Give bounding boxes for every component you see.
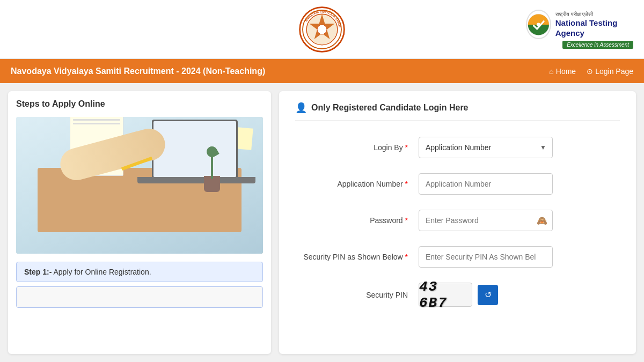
nta-logo-container: राष्ट्रीय परीक्षा एजेंसी National Testin… bbox=[526, 10, 633, 49]
captcha-container: 43 6B7 ↺ bbox=[419, 283, 498, 307]
right-panel: 👤 Only Registered Candidate Login Here L… bbox=[279, 91, 636, 354]
nta-text: राष्ट्रीय परीक्षा एजेंसी National Testin… bbox=[555, 11, 633, 39]
svg-point-4 bbox=[317, 25, 327, 34]
login-page-link[interactable]: ⊙ Login Page bbox=[587, 67, 633, 76]
login-by-select-wrapper: Application NumberRegistration Number ▼ bbox=[419, 137, 553, 158]
password-label: Password * bbox=[295, 216, 419, 225]
login-header: 👤 Only Registered Candidate Login Here bbox=[295, 102, 620, 121]
security-pin-input[interactable] bbox=[419, 246, 553, 268]
main-content: Steps to Apply Online bbox=[0, 83, 644, 362]
steps-title: Steps to Apply Online bbox=[16, 99, 263, 109]
nta-wheel-icon bbox=[526, 10, 551, 39]
user-icon: 👤 bbox=[295, 102, 307, 114]
captcha-refresh-button[interactable]: ↺ bbox=[478, 285, 498, 305]
navbar: Navodaya Vidyalaya Samiti Recruitment - … bbox=[0, 59, 644, 83]
home-icon: ⌂ bbox=[549, 67, 553, 76]
password-group: Password * 🙈 bbox=[295, 210, 620, 231]
captcha-label: Security PIN bbox=[295, 291, 419, 299]
navbar-links: ⌂ Home ⊙ Login Page bbox=[549, 67, 633, 76]
refresh-icon: ↺ bbox=[485, 290, 492, 300]
step-2-box bbox=[16, 286, 263, 308]
security-pin-label: Security PIN as Shown Below * bbox=[295, 253, 419, 261]
navbar-title: Navodaya Vidyalaya Samiti Recruitment - … bbox=[11, 67, 265, 76]
nvs-logo-container: NAVODAYA VIDYALAYA SAMITI bbox=[118, 5, 526, 54]
login-by-select[interactable]: Application NumberRegistration Number bbox=[419, 137, 553, 158]
svg-point-7 bbox=[537, 23, 540, 26]
application-number-label: Application Number * bbox=[295, 180, 419, 188]
step-image bbox=[16, 117, 263, 254]
login-by-label: Login By * bbox=[295, 143, 419, 152]
left-panel: Steps to Apply Online bbox=[8, 91, 271, 354]
login-icon: ⊙ bbox=[587, 67, 593, 76]
plant-decoration bbox=[204, 146, 220, 179]
nta-badge: Excellence in Assessment bbox=[562, 41, 633, 49]
security-pin-input-group: Security PIN as Shown Below * bbox=[295, 246, 620, 268]
step-1-box: Step 1:- Apply for Online Registration. bbox=[16, 262, 263, 282]
application-number-group: Application Number * bbox=[295, 173, 620, 195]
nvs-logo: NAVODAYA VIDYALAYA SAMITI bbox=[298, 5, 346, 54]
login-by-group: Login By * Application NumberRegistratio… bbox=[295, 137, 620, 158]
password-wrapper: 🙈 bbox=[419, 210, 553, 231]
captcha-group: Security PIN 43 6B7 ↺ bbox=[295, 283, 620, 307]
eye-slash-icon[interactable]: 🙈 bbox=[537, 216, 547, 226]
application-number-input[interactable] bbox=[419, 173, 553, 195]
laptop-decoration bbox=[152, 120, 238, 179]
header-top: NAVODAYA VIDYALAYA SAMITI bbox=[0, 0, 644, 59]
nta-logo: राष्ट्रीय परीक्षा एजेंसी National Testin… bbox=[526, 10, 633, 49]
home-link[interactable]: ⌂ Home bbox=[549, 67, 576, 76]
password-input[interactable] bbox=[419, 210, 553, 231]
captcha-image: 43 6B7 bbox=[419, 283, 472, 307]
